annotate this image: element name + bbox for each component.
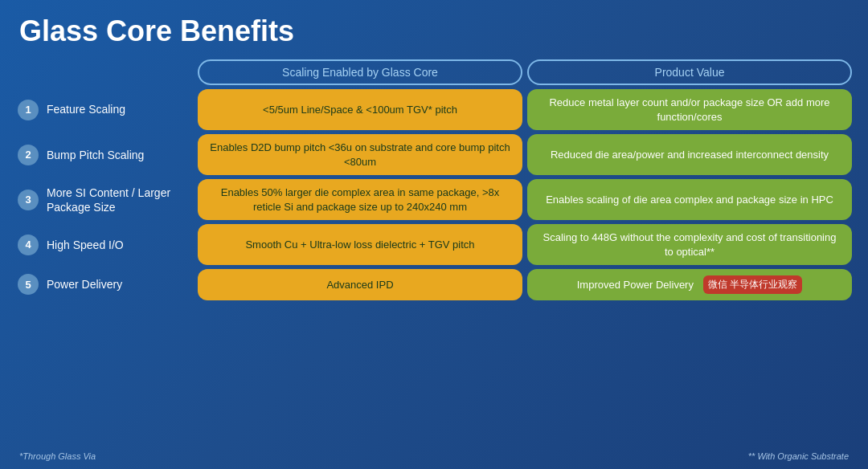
row-number-3: 3 [18,190,39,210]
row-value-2: Reduced die area/power and increased int… [527,134,852,175]
header-scaling: Scaling Enabled by Glass Core [198,59,522,85]
row-label-2: 2 Bump Pitch Scaling [16,134,193,175]
row-label-4: 4 High Speed I/O [16,224,193,265]
row-scaling-4: Smooth Cu + Ultra-low loss dielectric + … [198,224,522,265]
row-number-2: 2 [18,145,39,165]
row-value-3: Enables scaling of die area complex and … [527,179,852,220]
row-number-5: 5 [18,274,39,295]
row-label-text-3: More SI Content / Larger Package Size [47,186,190,214]
table-row: 1 Feature Scaling <5/5um Line/Space & <1… [16,89,852,130]
row-label-text-4: High Speed I/O [47,238,124,252]
row-scaling-5: Advanced IPD [198,269,522,300]
page-wrapper: Glass Core Benefits Scaling Enabled by G… [0,0,868,469]
row-label-text-2: Bump Pitch Scaling [47,148,144,162]
row-scaling-3: Enables 50% larger die complex area in s… [198,179,522,220]
row-label-text-5: Power Delivery [47,277,122,292]
table-row: 3 More SI Content / Larger Package Size … [16,179,852,220]
table-row: 4 High Speed I/O Smooth Cu + Ultra-low l… [16,224,852,265]
page-title: Glass Core Benefits [19,14,852,48]
footer-note-left: *Through Glass Via [19,451,96,461]
row-value-4: Scaling to 448G without the complexity a… [527,224,852,265]
row-scaling-2: Enables D2D bump pitch <36u on substrate… [198,134,522,175]
row-label-1: 1 Feature Scaling [16,89,193,130]
row-number-1: 1 [18,100,39,120]
header-value: Product Value [527,59,852,85]
footer-row: *Through Glass Via ** With Organic Subst… [16,451,852,461]
data-rows: 1 Feature Scaling <5/5um Line/Space & <1… [16,89,852,447]
footer-note-right: ** With Organic Substrate [748,451,849,461]
table-row: 5 Power Delivery Advanced IPD Improved P… [16,269,852,300]
header-row: Scaling Enabled by Glass Core Product Va… [16,59,852,85]
row-number-4: 4 [18,234,39,255]
row-scaling-1: <5/5um Line/Space & <100um TGV* pitch [198,89,522,130]
row-value-1: Reduce metal layer count and/or package … [527,89,852,130]
table-row: 2 Bump Pitch Scaling Enables D2D bump pi… [16,134,852,175]
table-container: Scaling Enabled by Glass Core Product Va… [16,59,852,447]
row-label-5: 5 Power Delivery [16,269,193,300]
row-label-text-1: Feature Scaling [47,102,125,116]
header-empty [16,59,193,85]
row-value-5: Improved Power Delivery 微信 半导体行业观察 [527,269,852,300]
row-label-3: 3 More SI Content / Larger Package Size [16,179,193,220]
